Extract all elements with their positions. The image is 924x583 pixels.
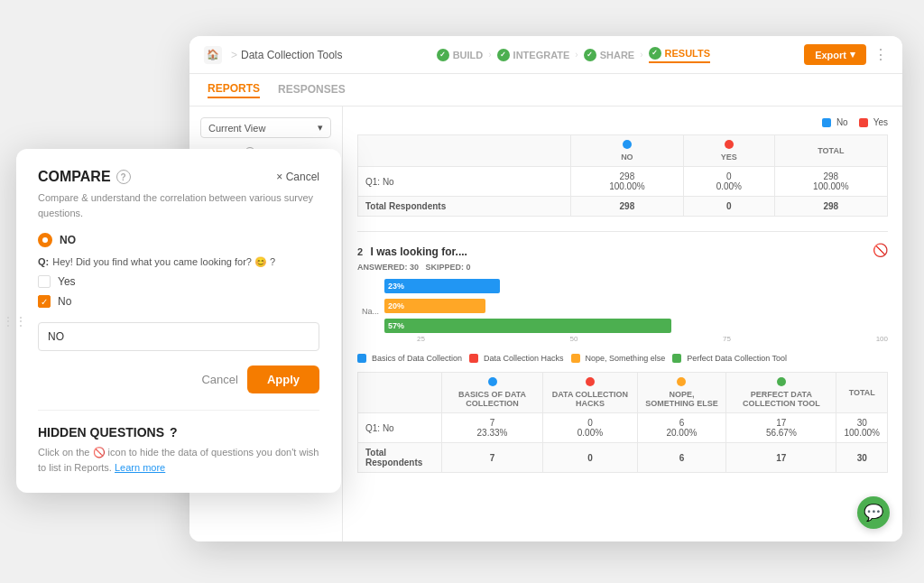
bar-row-1: 20% [384, 299, 888, 313]
q2-row-label: Q1: No [358, 413, 442, 443]
integrate-check: ✓ [497, 49, 510, 61]
legend-basics-dot [357, 354, 366, 363]
legend-perfect-dot [672, 354, 681, 363]
q1-col-yes: YES [684, 135, 775, 167]
checkbox-yes-label: Yes [58, 275, 76, 288]
legend-hacks-dot [469, 354, 478, 363]
bar-2: 57% [384, 319, 671, 333]
tab-responses[interactable]: RESPONSES [278, 83, 346, 97]
apply-button[interactable]: Apply [247, 366, 319, 393]
top-nav: 🏠 > Data Collection Tools ✓ BUILD › ✓ IN… [189, 36, 902, 74]
compare-title: COMPARE ? [38, 169, 131, 185]
breadcrumb-sep: > [231, 49, 237, 61]
radio-circle [38, 233, 52, 247]
q1-col-label [358, 135, 571, 167]
q1-section: No Yes NO [357, 117, 888, 217]
legend-hacks: Data Collection Hacks [469, 354, 564, 363]
legend-basics: Basics of Data Collection [357, 354, 462, 363]
radio-label-no: NO [60, 234, 76, 246]
q2-total-row: Total Respondents 7 0 6 17 30 [358, 443, 888, 473]
legend-no: No [822, 117, 848, 127]
bar-1: 20% [384, 299, 485, 313]
q2-col-label [358, 373, 442, 413]
tab-reports[interactable]: REPORTS [208, 82, 260, 98]
main-content: No Yes NO [343, 106, 902, 541]
q2-section: 2 I was looking for.... 🚫 ANSWERED: 30 S… [357, 231, 888, 473]
compare-help-icon[interactable]: ? [116, 170, 131, 184]
hidden-help-icon[interactable]: ? [170, 425, 178, 440]
nav-steps: ✓ BUILD › ✓ INTEGRATE › ✓ SHARE › ✓ RESU… [437, 47, 710, 63]
results-check: ✓ [649, 47, 661, 60]
checkbox-yes-box[interactable] [38, 275, 51, 288]
q2-bar-chart: Na... 23% 20% [357, 279, 888, 343]
nav-step-integrate[interactable]: ✓ INTEGRATE [497, 49, 570, 61]
nav-step-share[interactable]: ✓ SHARE [584, 49, 635, 61]
bar-y-labels: Na... [357, 279, 384, 343]
hidden-learn-more[interactable]: Learn more [115, 462, 165, 473]
nav-step-build[interactable]: ✓ BUILD [437, 49, 484, 61]
checkbox-yes[interactable]: Yes [38, 275, 319, 288]
bar-0: 23% [384, 279, 500, 293]
hidden-questions-desc: Click on the 🚫 icon to hide the data of … [38, 445, 319, 475]
bar-row-2: 57% [384, 319, 888, 333]
compare-input[interactable] [38, 322, 319, 351]
bar-row-0: 23% [384, 279, 888, 293]
current-view-section: Current View ▾ [200, 117, 331, 138]
breadcrumb-text: Data Collection Tools [241, 49, 343, 61]
q1-col-no: NO [570, 135, 683, 167]
secondary-nav: REPORTS RESPONSES [189, 74, 902, 106]
legend-no-dot [822, 118, 831, 127]
share-check: ✓ [584, 49, 596, 61]
hidden-questions-title: HIDDEN QUESTIONS ? [38, 425, 319, 440]
cancel-button[interactable]: Cancel [201, 373, 237, 386]
q1-row-label: Q1: No [358, 167, 571, 197]
legend-perfect: Perfect Data Collection Tool [672, 354, 787, 363]
radio-inner [42, 237, 48, 243]
compare-buttons: Cancel Apply [38, 366, 319, 393]
question-label: Q: Hey! Did you find what you came looki… [38, 256, 319, 268]
build-check: ✓ [437, 49, 449, 61]
q1-total-row: Total Respondents 298 0 298 [358, 197, 888, 217]
q2-col-nope: NOPE, SOMETHING ELSE [637, 373, 726, 413]
table-row: Q1: No 7 23.33% 0 0.00% 6 20. [358, 413, 888, 443]
compare-cancel-top[interactable]: × Cancel [276, 171, 319, 183]
legend-nope: Nope, Something else [571, 354, 666, 363]
compare-panel: ⋮⋮ COMPARE ? × Cancel Compare & understa… [16, 149, 341, 493]
table-row: Q1: No 298 100.00% 0 0.00% 298 [358, 167, 888, 197]
nav-step-results[interactable]: ✓ RESULTS [649, 47, 711, 63]
legend-nope-dot [571, 354, 580, 363]
bars-container: 23% 20% 57% [384, 279, 888, 333]
q2-col-hacks: DATA COLLECTION HACKS [543, 373, 637, 413]
checkbox-no[interactable]: ✓ No [38, 295, 319, 308]
q2-title: I was looking for.... [371, 245, 467, 258]
q1-col-total: TOTAL [774, 135, 887, 167]
more-icon[interactable]: ⋮ [873, 46, 888, 63]
legend-yes: Yes [859, 117, 888, 127]
hidden-questions-section: HIDDEN QUESTIONS ? Click on the 🚫 icon t… [38, 410, 319, 475]
checkbox-no-box[interactable]: ✓ [38, 295, 51, 308]
radio-option-no[interactable]: NO [38, 233, 319, 247]
home-icon[interactable]: 🏠 [204, 46, 222, 64]
q1-row-total: 298 100.00% [774, 167, 887, 197]
bar-x-labels: 25 50 75 100 [417, 333, 888, 343]
q2-chart-legend: Basics of Data Collection Data Collectio… [357, 354, 888, 363]
q2-col-perfect: PERFECT DATA COLLECTION TOOL [726, 373, 836, 413]
q2-header: 2 I was looking for.... 🚫 [357, 243, 888, 259]
compare-desc: Compare & understand the correlation bet… [38, 190, 319, 220]
current-view-select[interactable]: Current View ▾ [200, 117, 331, 138]
q2-table: BASICS OF DATA COLLECTION DATA COLLECTIO… [357, 372, 888, 473]
compare-header: COMPARE ? × Cancel [38, 169, 319, 185]
q2-number: 2 [357, 246, 363, 257]
q1-table: NO YES TOTAL Q1: No [357, 134, 888, 217]
drag-handle[interactable]: ⋮⋮ [2, 314, 27, 329]
hide-question-icon[interactable]: 🚫 [873, 243, 888, 257]
q2-col-total: TOTAL [836, 373, 888, 413]
q1-row-yes: 0 0.00% [684, 167, 775, 197]
export-button[interactable]: Export ▾ [804, 44, 866, 65]
legend-yes-dot [859, 118, 868, 127]
q2-col-basics: BASICS OF DATA COLLECTION [441, 373, 543, 413]
q2-answered: ANSWERED: 30 SKIPPED: 0 [357, 263, 888, 272]
q1-legend: No Yes [357, 117, 888, 127]
q1-row-no: 298 100.00% [570, 167, 683, 197]
chat-bubble[interactable]: 💬 [857, 496, 890, 529]
